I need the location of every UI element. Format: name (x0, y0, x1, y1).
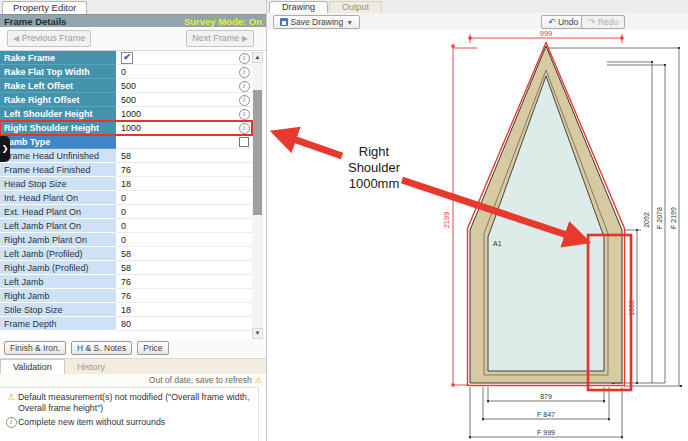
property-row-int-head-plant-on: Int. Head Plant On0 (0, 191, 252, 205)
property-value[interactable]: 500 (116, 93, 236, 107)
property-value[interactable]: 58 (116, 247, 236, 261)
undo-button[interactable]: ↶ Undo (541, 15, 585, 29)
info-icon-glyph: i (239, 53, 250, 64)
property-value[interactable]: 76 (116, 275, 236, 289)
info-icon-glyph: i (239, 81, 250, 92)
property-row-right-shoulder-height: Right Shoulder Height1000i (0, 121, 252, 135)
part-label: A1 (493, 240, 502, 247)
property-value[interactable]: 18 (116, 177, 236, 191)
next-frame-button[interactable]: Next Frame ▶ (186, 30, 254, 47)
survey-mode-badge: Survey Mode: On (184, 16, 262, 27)
property-label: Head Stop Size (0, 177, 116, 191)
frame-details-header: Frame Details Survey Mode: On (0, 14, 266, 28)
property-row-rake-flat-top-width: Rake Flat Top Width0i (0, 65, 252, 79)
icon-spacer (236, 275, 252, 289)
validation-tabbar: ValidationHistory (0, 358, 266, 375)
icon-spacer (236, 205, 252, 219)
frame-drawing: 999 2199 2092 (267, 30, 688, 441)
property-row-left-jamb: Left Jamb76 (0, 275, 252, 289)
property-value[interactable]: 0 (116, 219, 236, 233)
property-label: Left Jamb (0, 275, 116, 289)
property-value[interactable]: 1000 (116, 107, 236, 121)
scroll-down-icon[interactable]: ▼ (252, 328, 263, 339)
frame-details-title: Frame Details (4, 16, 66, 27)
tab-property-editor[interactable]: Property Editor (2, 1, 87, 14)
property-value[interactable]: 500 (116, 79, 236, 93)
info-icon-glyph: i (239, 123, 250, 134)
message-text: Complete new item without surrounds (18, 417, 165, 428)
property-value[interactable]: 58 (116, 261, 236, 275)
info-icon-glyph: i (239, 95, 250, 106)
property-value[interactable]: 0 (116, 233, 236, 247)
property-value[interactable]: 0 (116, 205, 236, 219)
property-row-rake-frame: Rake Frame✔i (0, 51, 252, 65)
property-label: Frame Depth (0, 317, 116, 331)
property-value[interactable]: 0 (116, 65, 236, 79)
checkbox-checked[interactable]: ✔ (121, 52, 133, 64)
property-value[interactable]: 18 (116, 303, 236, 317)
info-icon[interactable]: i (236, 51, 252, 65)
icon-spacer (236, 177, 252, 191)
icon-spacer (236, 163, 252, 177)
property-label: Jamb Type (0, 135, 116, 149)
property-label: Rake Flat Top Width (0, 65, 116, 79)
status-text: Out of date, save to refresh (149, 375, 252, 385)
info-icon[interactable]: i (236, 107, 252, 121)
tab-drawing[interactable]: Drawing (269, 1, 328, 13)
price-button[interactable]: Price (137, 341, 168, 355)
save-drawing-label: Save Drawing (290, 17, 343, 27)
property-value[interactable]: 0 (116, 191, 236, 205)
save-drawing-button[interactable]: Save Drawing▼ (273, 15, 360, 29)
collapse-panel-handle[interactable]: ❯ (0, 136, 10, 162)
h-s-notes-button[interactable]: H & S. Notes (71, 341, 132, 355)
redo-icon: ↷ (588, 17, 596, 27)
property-label: Frame Head Unfinished (0, 149, 116, 163)
info-icon[interactable]: i (236, 79, 252, 93)
scrollbar-thumb[interactable] (253, 90, 262, 215)
property-label: Right Jamb Plant On (0, 233, 116, 247)
property-value[interactable]: 58 (116, 149, 236, 163)
property-value[interactable]: 76 (116, 289, 236, 303)
drawing-canvas[interactable]: 999 2199 2092 (267, 30, 688, 441)
property-row-right-jamb-profiled: Right Jamb (Profiled)58 (0, 261, 252, 275)
property-value[interactable]: ✔ (116, 51, 236, 65)
info-icon-glyph: i (6, 417, 17, 428)
property-label: Int. Head Plant On (0, 191, 116, 205)
scroll-up-icon[interactable]: ▲ (252, 52, 263, 63)
previous-frame-button[interactable]: ◀ Previous Frame (7, 30, 91, 47)
property-label: Right Shoulder Height (0, 121, 116, 135)
tab-history[interactable]: History (65, 360, 117, 374)
property-row-frame-head-finished: Frame Head Finished76 (0, 163, 252, 177)
left-arrow-icon: ◀ (13, 34, 19, 43)
dim-label-w1: 879 (540, 393, 552, 400)
redo-button[interactable]: ↷ Redo (581, 15, 625, 29)
property-value[interactable]: 1000 (116, 121, 236, 135)
info-icon[interactable]: i (236, 93, 252, 107)
property-value[interactable] (116, 135, 236, 149)
frame-nav-bar: ◀ Previous Frame Next Frame ▶ (0, 27, 266, 49)
message-text: Default measurement(s) not modified ("Ov… (18, 392, 252, 413)
tab-output[interactable]: Output (329, 1, 382, 13)
validation-status-bar: Out of date, save to refresh⚠ (0, 374, 266, 387)
picker-icon-glyph (239, 137, 249, 147)
property-label: Stile Stop Size (0, 303, 116, 317)
dim-label-top-width: 999 (540, 30, 553, 38)
property-row-jamb-type: Jamb Type (0, 135, 252, 149)
property-value[interactable]: 76 (116, 163, 236, 177)
tab-validation[interactable]: Validation (0, 359, 65, 375)
annotation-line2: Shoulder (348, 160, 401, 175)
info-icon[interactable]: i (236, 65, 252, 79)
property-value[interactable]: 80 (116, 317, 236, 331)
picker-icon[interactable] (236, 135, 252, 149)
next-frame-label: Next Frame (192, 33, 239, 43)
property-row-left-jamb-profiled: Left Jamb (Profiled)58 (0, 247, 252, 261)
info-icon[interactable]: i (236, 121, 252, 135)
icon-spacer (236, 247, 252, 261)
finish-iron-button[interactable]: Finish & Iron. (4, 341, 66, 355)
redo-label: Redo (598, 17, 618, 27)
property-row-ext-head-plant-on: Ext. Head Plant On0 (0, 205, 252, 219)
validation-messages: ⚠Default measurement(s) not modified ("O… (0, 387, 259, 441)
icon-spacer (236, 191, 252, 205)
scrollbar[interactable]: ▲ ▼ (252, 52, 263, 339)
property-label: Left Shoulder Height (0, 107, 116, 121)
